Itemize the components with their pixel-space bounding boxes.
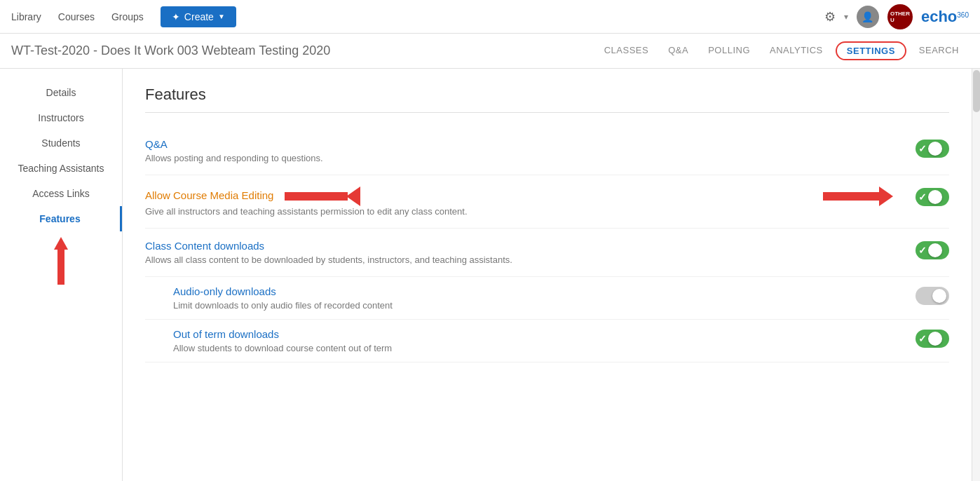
scrollbar-thumb[interactable] <box>973 70 980 112</box>
feature-out-of-term-desc: Allow students to download course conten… <box>173 343 899 353</box>
features-title: Features <box>145 86 949 104</box>
toggle-class-downloads-knob <box>928 243 942 257</box>
feature-class-downloads-desc: Allows all class content to be downloade… <box>145 255 899 265</box>
toggle-audio-downloads[interactable] <box>916 287 949 305</box>
toggle-qa-knob <box>928 142 942 156</box>
arrow-left-head <box>346 187 360 206</box>
nav-courses[interactable]: Courses <box>58 11 95 22</box>
toggle-audio-downloads-track[interactable] <box>916 287 949 305</box>
gear-dropdown-arrow[interactable]: ▾ <box>844 12 848 22</box>
course-nav: CLASSES Q&A POLLING ANALYTICS SETTINGS S… <box>594 34 969 69</box>
course-title: WT-Test-2020 - Does It Work 003 Webteam … <box>11 43 594 58</box>
toggle-class-downloads-check: ✓ <box>918 245 927 256</box>
sidebar-item-teaching-assistants[interactable]: Teaching Assistants <box>0 156 122 181</box>
feature-class-downloads-name: Class Content downloads <box>145 240 899 252</box>
chevron-down-icon: ▼ <box>218 13 225 20</box>
sidebar-item-features[interactable]: Features <box>0 206 122 231</box>
nav-qa[interactable]: Q&A <box>658 34 698 69</box>
feature-qa-info: Q&A Allows posting and responding to que… <box>145 138 899 163</box>
feature-qa-name: Q&A <box>145 138 899 150</box>
toggle-qa[interactable]: ✓ <box>916 140 949 158</box>
arrow-right-head <box>879 187 893 206</box>
user-avatar[interactable]: 👤 <box>857 6 879 28</box>
sidebar-item-details[interactable]: Details <box>0 80 122 105</box>
red-arrow-right-annotation <box>823 187 893 206</box>
sidebar: Details Instructors Students Teaching As… <box>0 69 123 481</box>
arrow-up-shaft <box>57 250 64 285</box>
top-nav: Library Courses Groups ✦ Create ▼ ⚙ ▾ 👤 … <box>0 0 980 34</box>
arrow-up-annotation <box>0 237 122 285</box>
wand-icon: ✦ <box>172 11 180 22</box>
university-logo: OTHERU <box>887 4 913 29</box>
scrollbar[interactable] <box>972 69 980 481</box>
content-area: Features Q&A Allows posting and respondi… <box>123 69 972 481</box>
feature-media-editing: Allow Course Media Editing Give all inst… <box>145 175 949 229</box>
top-nav-right: ⚙ ▾ 👤 OTHERU echo360 <box>824 4 969 29</box>
feature-media-editing-name: Allow Course Media Editing <box>145 189 273 201</box>
nav-analytics[interactable]: ANALYTICS <box>760 34 833 69</box>
echo-360-text: 360 <box>957 11 969 19</box>
nav-polling[interactable]: POLLING <box>698 34 760 69</box>
feature-audio-downloads-info: Audio-only downloads Limit downloads to … <box>173 285 899 311</box>
toggle-audio-downloads-knob <box>932 289 946 303</box>
create-button[interactable]: ✦ Create ▼ <box>161 6 236 27</box>
course-header: WT-Test-2020 - Does It Work 003 Webteam … <box>0 34 980 69</box>
toggle-qa-check: ✓ <box>918 143 927 154</box>
arrow-left-shaft <box>285 192 348 201</box>
gear-icon[interactable]: ⚙ <box>824 9 836 25</box>
feature-out-of-term: Out of term downloads Allow students to … <box>145 320 949 363</box>
toggle-media-editing-track[interactable]: ✓ <box>916 188 949 206</box>
feature-audio-downloads-desc: Limit downloads to only audio files of r… <box>173 300 899 311</box>
course-name: Webteam Testing 2020 <box>202 43 330 57</box>
toggle-out-of-term[interactable]: ✓ <box>916 330 949 348</box>
sidebar-item-instructors[interactable]: Instructors <box>0 105 122 130</box>
feature-audio-downloads-name: Audio-only downloads <box>173 285 899 297</box>
nav-groups[interactable]: Groups <box>111 11 144 22</box>
feature-class-downloads: Class Content downloads Allows all class… <box>145 229 949 277</box>
feature-class-downloads-info: Class Content downloads Allows all class… <box>145 240 899 265</box>
nav-classes[interactable]: CLASSES <box>594 34 658 69</box>
nav-search[interactable]: SEARCH <box>909 34 969 69</box>
feature-out-of-term-name: Out of term downloads <box>173 328 899 340</box>
sidebar-item-access-links[interactable]: Access Links <box>0 181 122 206</box>
course-id: WT-Test-2020 - Does It Work 003 <box>11 43 198 57</box>
feature-qa-desc: Allows posting and responding to questio… <box>145 153 899 163</box>
toggle-media-editing-knob <box>928 190 942 204</box>
section-divider <box>145 112 949 113</box>
echo-logo: echo360 <box>921 8 969 26</box>
toggle-qa-track[interactable]: ✓ <box>916 140 949 158</box>
feature-media-editing-name-row: Allow Course Media Editing <box>145 187 823 206</box>
feature-audio-downloads: Audio-only downloads Limit downloads to … <box>145 277 949 320</box>
toggle-media-editing-check: ✓ <box>918 191 927 203</box>
feature-qa: Q&A Allows posting and responding to que… <box>145 127 949 175</box>
toggle-out-of-term-knob <box>928 332 942 346</box>
create-label: Create <box>184 11 214 22</box>
echo-wordmark: echo <box>921 8 957 25</box>
toggle-out-of-term-track[interactable]: ✓ <box>916 330 949 348</box>
arrow-up-head <box>54 237 68 250</box>
main-layout: Details Instructors Students Teaching As… <box>0 69 980 481</box>
toggle-media-editing[interactable]: ✓ <box>916 188 949 206</box>
university-text: OTHERU <box>890 11 910 23</box>
nav-library[interactable]: Library <box>11 11 41 22</box>
toggle-class-downloads[interactable]: ✓ <box>916 241 949 259</box>
top-nav-left: Library Courses Groups ✦ Create ▼ <box>11 6 236 27</box>
toggle-out-of-term-check: ✓ <box>918 333 927 344</box>
red-arrow-left-annotation <box>285 187 360 206</box>
arrow-right-shaft <box>823 192 879 201</box>
nav-settings[interactable]: SETTINGS <box>836 41 906 60</box>
feature-media-editing-info: Allow Course Media Editing Give all inst… <box>145 187 823 217</box>
feature-out-of-term-info: Out of term downloads Allow students to … <box>173 328 899 353</box>
sidebar-item-students[interactable]: Students <box>0 130 122 156</box>
feature-media-editing-desc: Give all instructors and teaching assist… <box>145 206 823 217</box>
toggle-class-downloads-track[interactable]: ✓ <box>916 241 949 259</box>
